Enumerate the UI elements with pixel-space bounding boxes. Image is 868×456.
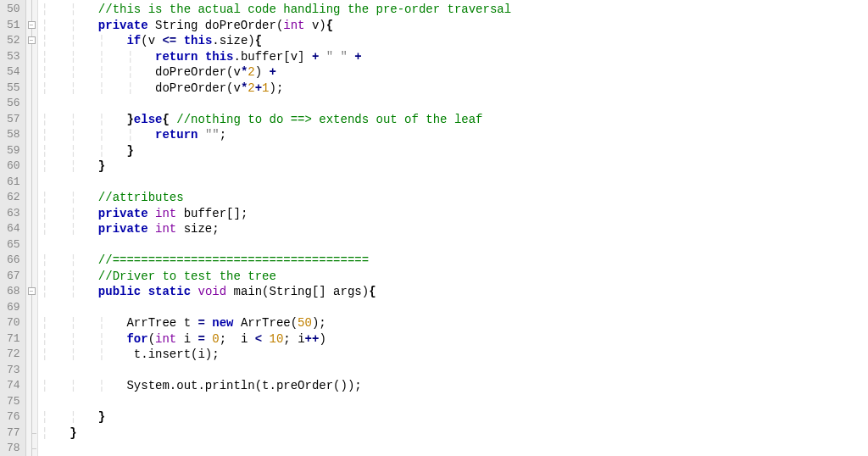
code-line[interactable]: ¦ ¦ ¦ t.insert(i); [42, 347, 868, 363]
code-line[interactable] [42, 300, 868, 316]
line-number-gutter: 50 51 52 53 54 55 56 57 58 59 60 61 62 6… [0, 0, 26, 456]
code-line[interactable]: ¦ ¦ ¦ }else{ //nothing to do ==> extends… [42, 112, 868, 128]
fold-toggle-icon[interactable]: − [28, 287, 36, 295]
fold-column[interactable]: −−− [26, 0, 38, 456]
code-line[interactable]: ¦ ¦ //attributes [42, 190, 868, 206]
code-line[interactable]: ¦ ¦ //==================================… [42, 253, 868, 269]
code-line[interactable]: ¦ ¦ ¦ } [42, 143, 868, 159]
fold-end-icon [31, 448, 36, 449]
code-line[interactable]: ¦ ¦ ¦ ArrTree t = new ArrTree(50); [42, 315, 868, 331]
fold-toggle-icon[interactable]: − [28, 36, 36, 44]
code-line[interactable]: ¦ ¦ //this is the actual code handling t… [42, 2, 868, 18]
fold-toggle-icon[interactable]: − [28, 21, 36, 29]
code-line[interactable]: ¦ ¦ private int size; [42, 221, 868, 237]
fold-end-icon [31, 433, 36, 434]
code-line[interactable] [42, 394, 868, 410]
code-line[interactable]: ¦ ¦ } [42, 158, 868, 175]
code-line[interactable] [42, 96, 868, 112]
code-line[interactable] [42, 441, 868, 456]
code-line[interactable] [42, 175, 868, 191]
code-line[interactable]: ¦ ¦ ¦ for(int i = 0; i < 10; i++) [42, 331, 868, 348]
code-line[interactable]: ¦ ¦ ¦ ¦ doPreOrder(v*2+1); [42, 81, 868, 97]
code-line[interactable] [42, 237, 868, 253]
code-line[interactable]: ¦ ¦ ¦ System.out.println(t.preOrder()); [42, 378, 868, 394]
code-line[interactable]: ¦ ¦ ¦ ¦ return ""; [42, 127, 868, 143]
code-line[interactable] [42, 363, 868, 379]
code-line[interactable]: ¦ ¦ ¦ ¦ return this.buffer[v] + " " + [42, 49, 868, 65]
code-line[interactable]: ¦ ¦ private int buffer[]; [42, 206, 868, 222]
code-line[interactable]: ¦ ¦ private String doPreOrder(int v){ [42, 18, 868, 34]
code-line[interactable]: ¦ } [42, 425, 868, 442]
code-line[interactable]: ¦ ¦ ¦ if(v <= this.size){ [42, 33, 868, 49]
code-editor-area[interactable]: ¦ ¦ //this is the actual code handling t… [38, 0, 868, 456]
code-line[interactable]: ¦ ¦ //Driver to test the tree [42, 269, 868, 285]
code-line[interactable]: ¦ ¦ public static void main(String[] arg… [42, 284, 868, 300]
code-line[interactable]: ¦ ¦ } [42, 409, 868, 425]
code-line[interactable]: ¦ ¦ ¦ ¦ doPreOrder(v*2) + [42, 64, 868, 81]
